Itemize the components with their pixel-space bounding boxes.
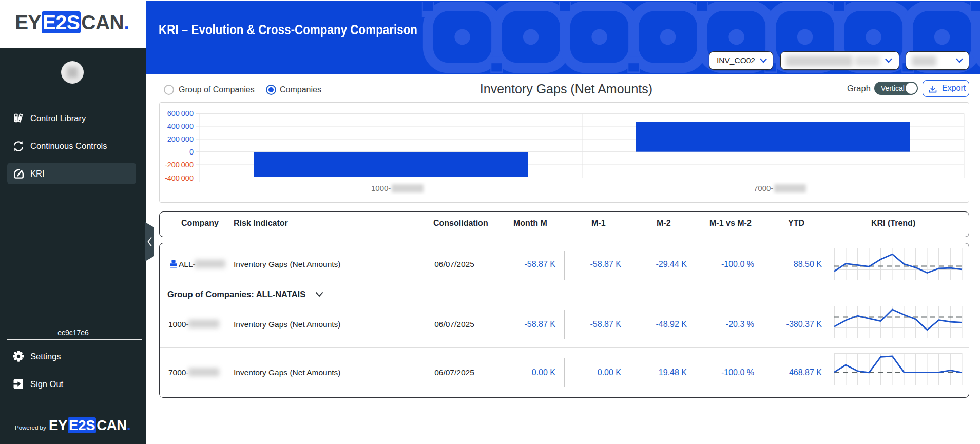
svg-text:1000-: 1000- bbox=[371, 184, 391, 192]
svg-text:-200 000: -200 000 bbox=[165, 161, 194, 169]
svg-text:200 000: 200 000 bbox=[167, 135, 194, 143]
svg-text:600 000: 600 000 bbox=[167, 109, 194, 118]
svg-text:-400 000: -400 000 bbox=[165, 174, 194, 182]
svg-text:7000-: 7000- bbox=[754, 184, 773, 192]
svg-text:0: 0 bbox=[189, 148, 194, 156]
svg-text:400 000: 400 000 bbox=[167, 122, 194, 130]
